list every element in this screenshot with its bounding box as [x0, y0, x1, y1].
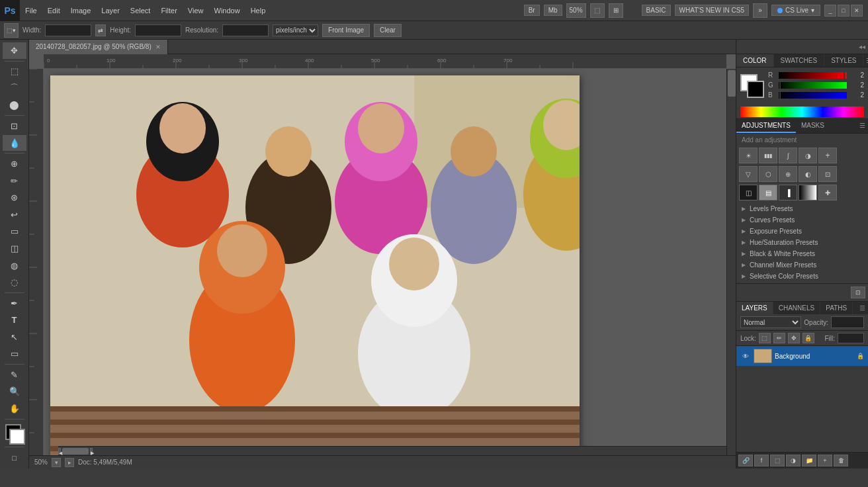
link-layers-btn[interactable]: 🔗	[738, 455, 753, 466]
exposure-btn[interactable]: ◑	[799, 148, 817, 163]
tab-layers[interactable]: LAYERS	[736, 302, 773, 314]
marquee-tool[interactable]: ⬚	[3, 63, 26, 79]
tab-paths[interactable]: PATHS	[820, 302, 853, 314]
minimize-btn[interactable]: _	[824, 5, 836, 17]
layer-row-background[interactable]: 👁 Background 🔒	[736, 346, 868, 366]
whats-new[interactable]: WHAT'S NEW IN CS5	[675, 5, 749, 16]
posterize-btn[interactable]: ▤	[759, 185, 777, 200]
scroll-left-btn[interactable]: ◂	[58, 448, 61, 455]
hand-tool[interactable]: ✋	[3, 400, 26, 417]
zoom-level[interactable]: 50%	[566, 3, 586, 18]
collapse-panels-btn[interactable]: ◂◂	[859, 43, 865, 50]
selective-color-btn[interactable]: ✚	[818, 185, 837, 200]
menu-filter[interactable]: Filter	[155, 0, 182, 21]
color-balance-btn[interactable]: ⊕	[779, 166, 797, 182]
hscroll-thumb[interactable]	[62, 448, 89, 455]
bridge-button[interactable]: Br	[524, 5, 540, 16]
lock-all-btn[interactable]: 🔒	[803, 333, 814, 343]
gradient-map-btn[interactable]	[799, 185, 817, 200]
status-menu-btn[interactable]: ▾	[52, 458, 61, 467]
exposure-presets-row[interactable]: ▶ Exposure Presets	[736, 226, 868, 237]
shape-tool[interactable]: ▭	[3, 346, 26, 363]
arrange-btn[interactable]: ⊞	[609, 3, 623, 18]
text-tool[interactable]: T	[3, 312, 26, 328]
background-color[interactable]	[9, 429, 25, 445]
brush-tool[interactable]: ✏	[3, 173, 26, 189]
photo-filter-btn[interactable]: ⊡	[818, 166, 837, 182]
tab-styles[interactable]: STYLES	[824, 54, 863, 67]
crop-tool[interactable]: ⊡	[3, 118, 26, 134]
canvas-scroll[interactable]: 0 100 200 300 400 500 600 700 0	[29, 54, 736, 468]
invert-btn[interactable]: ◫	[739, 185, 758, 200]
menu-layer[interactable]: Layer	[96, 0, 125, 21]
height-input[interactable]	[135, 24, 181, 36]
eyedropper-tool[interactable]: 💧	[3, 135, 26, 152]
layers-panel-menu-btn[interactable]: ☰	[857, 302, 868, 314]
scroll-right-btn[interactable]: ▸	[90, 448, 93, 455]
menu-image[interactable]: Image	[65, 0, 97, 21]
gradient-tool[interactable]: ◫	[3, 240, 26, 257]
menu-file[interactable]: File	[20, 0, 42, 21]
blend-mode-select[interactable]: Normal	[740, 316, 801, 328]
minibrige-button[interactable]: Mb	[544, 5, 562, 16]
bw-presets-row[interactable]: ▶ Black & White Presets	[736, 248, 868, 259]
swap-dimensions-btn[interactable]: ⇄	[95, 24, 106, 36]
hue-sat-btn[interactable]: ⬡	[759, 166, 777, 182]
new-group-btn[interactable]: 📁	[802, 455, 816, 466]
new-adj-layer-btn[interactable]: ◑	[786, 455, 801, 466]
add-layer-style-btn[interactable]: f	[754, 455, 769, 466]
color-spectrum-bar[interactable]	[740, 107, 864, 117]
tab-color[interactable]: COLOR	[736, 54, 774, 67]
channel-mixer-presets-row[interactable]: ▶ Channel Mixer Presets	[736, 259, 868, 271]
eraser-tool[interactable]: ▭	[3, 224, 26, 240]
clone-stamp-tool[interactable]: ⊛	[3, 189, 26, 206]
resolution-input[interactable]	[222, 24, 269, 36]
vscroll-thumb[interactable]	[728, 70, 736, 97]
pen-tool[interactable]: ✒	[3, 295, 26, 312]
cs-live-button[interactable]: CS Live ▾	[771, 5, 820, 16]
tool-preset-picker[interactable]: ⬚▾	[4, 23, 19, 38]
curves-presets-row[interactable]: ▶ Curves Presets	[736, 214, 868, 226]
new-adj-btn[interactable]: +	[818, 148, 837, 163]
huesat-presets-row[interactable]: ▶ Hue/Saturation Presets	[736, 237, 868, 248]
expand-workspace-btn[interactable]: »	[753, 3, 767, 18]
bw-btn[interactable]: ◐	[799, 166, 817, 182]
maximize-btn[interactable]: □	[838, 5, 849, 17]
add-mask-btn[interactable]: ⬚	[770, 455, 785, 466]
blue-slider[interactable]	[779, 92, 847, 99]
fill-input[interactable]	[838, 333, 864, 343]
adjustments-panel-menu-btn[interactable]: ☰	[857, 119, 868, 133]
history-brush-tool[interactable]: ↩	[3, 206, 26, 223]
clip-to-layer-btn[interactable]: ⊡	[851, 287, 865, 298]
blur-tool[interactable]: ◍	[3, 257, 26, 274]
menu-select[interactable]: Select	[125, 0, 156, 21]
vibrance-btn[interactable]: ▽	[739, 166, 758, 182]
width-input[interactable]	[45, 24, 91, 36]
zoom-tool[interactable]: 🔍	[3, 384, 26, 400]
brightness-contrast-btn[interactable]: ☀	[739, 148, 758, 163]
menu-help[interactable]: Help	[245, 0, 271, 21]
workspace-basic[interactable]: BASIC	[642, 5, 671, 16]
clear-button[interactable]: Clear	[374, 24, 402, 37]
status-info-btn[interactable]: ▸	[65, 458, 74, 467]
close-btn[interactable]: ✕	[851, 5, 863, 17]
quick-select-tool[interactable]: ⬤	[3, 97, 26, 114]
menu-window[interactable]: Window	[209, 0, 245, 21]
selective-color-presets-row[interactable]: ▶ Selective Color Presets	[736, 271, 868, 282]
green-slider[interactable]	[779, 82, 847, 89]
lock-image-btn[interactable]: ✏	[773, 333, 785, 343]
background-color-box[interactable]	[747, 81, 764, 98]
document-tab[interactable]: 20140728_082057.jpg @ 50% (RGB/8) ✕	[29, 40, 168, 54]
screen-mode-tool[interactable]: □	[3, 449, 26, 466]
note-tool[interactable]: ✎	[3, 367, 26, 383]
lock-transparent-btn[interactable]: ⬚	[759, 333, 771, 343]
horizontal-scrollbar[interactable]: ◂ ▸	[58, 446, 726, 455]
tab-masks[interactable]: MASKS	[796, 119, 830, 133]
lock-position-btn[interactable]: ✥	[788, 333, 800, 343]
new-layer-btn[interactable]: +	[818, 455, 832, 466]
front-image-button[interactable]: Front Image	[322, 24, 370, 37]
opacity-input[interactable]	[831, 316, 864, 328]
tab-close-btn[interactable]: ✕	[155, 44, 161, 50]
tab-swatches[interactable]: SWATCHES	[774, 54, 825, 67]
levels-btn[interactable]: ▮▮▮	[759, 148, 777, 163]
